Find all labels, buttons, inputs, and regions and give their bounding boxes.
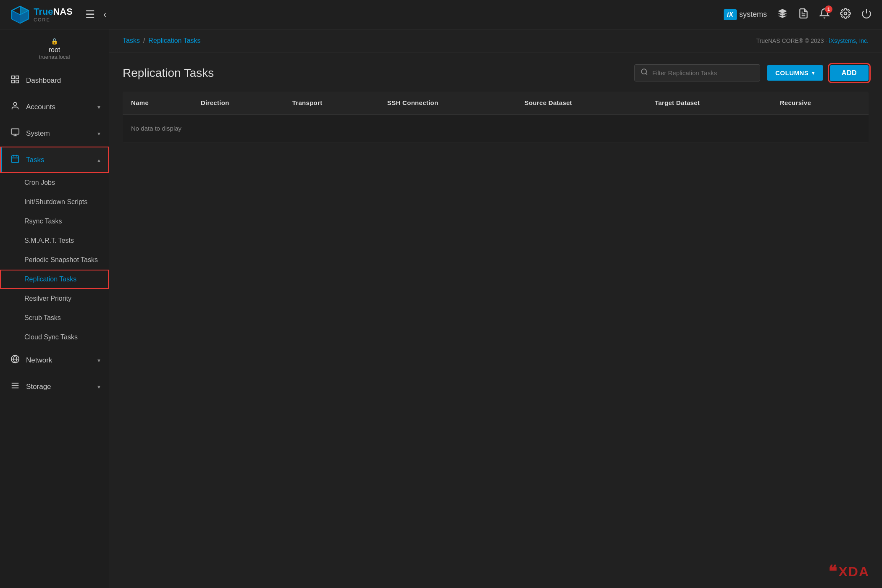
notifications-icon[interactable]: 1 [819, 8, 830, 21]
sidebar-sub-label: Replication Tasks [24, 276, 76, 283]
breadcrumb-copyright: TrueNAS CORE® © 2023 - iXsystems, Inc. [756, 37, 869, 44]
sidebar-sub-label: Periodic Snapshot Tasks [24, 256, 98, 263]
columns-button[interactable]: COLUMNS ▾ [767, 65, 823, 81]
network-arrow-icon: ▾ [97, 357, 100, 364]
hostname: truenas.local [39, 54, 70, 60]
topbar: True NAS CORE ☰ ‹ iX systems 1 [0, 0, 882, 29]
sidebar-item-storage[interactable]: Storage ▾ [0, 373, 109, 400]
ixsystems-logo: iX systems [724, 9, 767, 20]
truenas-logo-icon [10, 5, 30, 25]
sidebar-storage-label: Storage [26, 383, 92, 391]
ix-systems-text: systems [739, 10, 767, 19]
svg-rect-12 [16, 76, 18, 79]
search-icon [640, 68, 648, 78]
add-button[interactable]: ADD [830, 65, 869, 81]
notification-count: 1 [825, 5, 832, 13]
system-arrow-icon: ▾ [97, 130, 100, 137]
sidebar-sub-item-scrub-tasks[interactable]: Scrub Tasks [0, 308, 109, 328]
xda-watermark: ❝ XDA [828, 564, 869, 580]
sidebar-item-network[interactable]: Network ▾ [0, 347, 109, 373]
columns-label: COLUMNS [775, 69, 808, 76]
sidebar-sub-label: Cloud Sync Tasks [24, 333, 78, 341]
document-icon[interactable] [798, 8, 809, 21]
col-target-dataset: Target Dataset [646, 92, 772, 114]
layout: 🔒 root truenas.local Dashboard Accounts … [0, 29, 882, 588]
logo-text: True NAS CORE [34, 7, 73, 22]
accounts-icon [10, 101, 20, 113]
sidebar-sub-item-cloud-sync-tasks[interactable]: Cloud Sync Tasks [0, 328, 109, 347]
tasks-arrow-icon: ▴ [97, 157, 100, 163]
sidebar-sub-label: Rsync Tasks [24, 218, 62, 225]
no-data-message: No data to display [123, 114, 869, 142]
col-transport: Transport [284, 92, 379, 114]
sidebar-item-accounts[interactable]: Accounts ▾ [0, 94, 109, 120]
xda-text: XDA [838, 564, 869, 580]
col-recursive: Recursive [772, 92, 869, 114]
logo-nas: NAS [53, 7, 72, 17]
settings-icon[interactable] [840, 8, 851, 21]
power-icon[interactable] [861, 8, 872, 21]
sidebar-system-label: System [26, 129, 92, 138]
logo-core: CORE [34, 17, 73, 22]
page-header: Replication Tasks COLUMNS ▾ ADD [123, 64, 869, 81]
logo: True NAS CORE [10, 5, 73, 25]
sidebar-item-system[interactable]: System ▾ [0, 120, 109, 147]
sidebar-user: 🔒 root truenas.local [0, 29, 109, 67]
sidebar-network-label: Network [26, 356, 92, 365]
search-input[interactable] [652, 69, 754, 76]
xda-bracket-left-icon: ❝ [828, 564, 837, 580]
svg-point-15 [13, 102, 16, 105]
sidebar-sub-label: S.M.A.R.T. Tests [24, 237, 74, 244]
no-data-row: No data to display [123, 114, 869, 142]
sidebar: 🔒 root truenas.local Dashboard Accounts … [0, 29, 109, 588]
sidebar-sub-item-replication-tasks[interactable]: Replication Tasks [0, 270, 109, 289]
svg-rect-13 [12, 80, 14, 83]
svg-line-29 [646, 73, 647, 74]
sidebar-sub-label: Resilver Priority [24, 295, 71, 302]
breadcrumb: Tasks / Replication Tasks TrueNAS CORE® … [109, 29, 882, 52]
network-icon [10, 354, 20, 366]
copyright-link[interactable]: iXsystems, Inc. [829, 37, 869, 44]
system-icon [10, 128, 20, 139]
storage-arrow-icon: ▾ [97, 383, 100, 390]
main-content: Tasks / Replication Tasks TrueNAS CORE® … [109, 29, 882, 588]
replication-tasks-table: Name Direction Transport SSH Connection … [123, 92, 869, 142]
sidebar-item-label: Dashboard [26, 76, 100, 85]
col-direction: Direction [192, 92, 284, 114]
svg-point-9 [844, 12, 847, 15]
sidebar-item-tasks[interactable]: Tasks ▴ [0, 147, 109, 173]
logo-true: True [34, 7, 53, 17]
sidebar-sub-item-cron-jobs[interactable]: Cron Jobs [0, 173, 109, 192]
storage-icon [10, 381, 20, 392]
page-title: Replication Tasks [123, 66, 627, 80]
sidebar-item-dashboard[interactable]: Dashboard [0, 67, 109, 94]
sidebar-sub-label: Cron Jobs [24, 179, 55, 186]
breadcrumb-left: Tasks / Replication Tasks [123, 37, 201, 45]
sidebar-sub-item-smart-tests[interactable]: S.M.A.R.T. Tests [0, 231, 109, 250]
breadcrumb-separator: / [143, 37, 145, 45]
sidebar-accounts-label: Accounts [26, 103, 92, 111]
breadcrumb-current: Replication Tasks [148, 37, 200, 45]
svg-rect-19 [12, 156, 19, 163]
sidebar-sub-item-resilver-priority[interactable]: Resilver Priority [0, 289, 109, 308]
svg-rect-11 [12, 76, 14, 79]
layers-icon[interactable] [777, 8, 788, 21]
svg-rect-14 [16, 80, 18, 83]
sidebar-sub-item-periodic-snapshot[interactable]: Periodic Snapshot Tasks [0, 250, 109, 270]
dashboard-icon [10, 75, 20, 86]
breadcrumb-tasks-link[interactable]: Tasks [123, 37, 140, 45]
topbar-right: iX systems 1 [724, 8, 872, 21]
col-name: Name [123, 92, 192, 114]
table-header-row: Name Direction Transport SSH Connection … [123, 92, 869, 114]
col-ssh-connection: SSH Connection [379, 92, 516, 114]
lock-icon: 🔒 [51, 38, 58, 45]
svg-point-28 [641, 69, 646, 74]
ix-badge: iX [724, 9, 737, 20]
hamburger-menu-button[interactable]: ☰ [85, 8, 95, 21]
search-box [634, 64, 760, 81]
sidebar-sub-item-init-shutdown[interactable]: Init/Shutdown Scripts [0, 192, 109, 212]
username: root [49, 46, 60, 54]
columns-dropdown-arrow-icon: ▾ [812, 70, 815, 76]
sidebar-sub-item-rsync-tasks[interactable]: Rsync Tasks [0, 212, 109, 231]
back-button[interactable]: ‹ [103, 9, 106, 20]
